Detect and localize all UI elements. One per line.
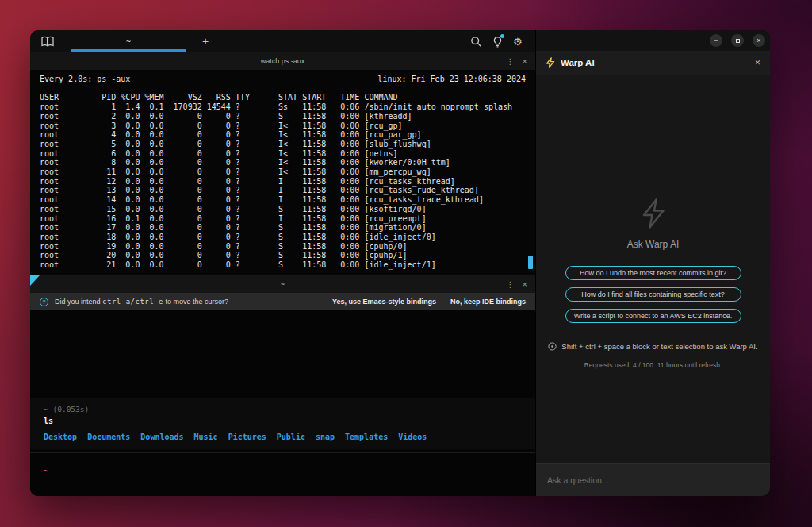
directory-entry[interactable]: Documents <box>87 433 130 441</box>
bottom-pane-menu-icon[interactable]: ⋮ <box>507 280 515 289</box>
tip-text: Shift + ctrl + space a block or text sel… <box>561 342 757 351</box>
current-prompt-block[interactable]: ~ <box>30 452 535 496</box>
warp-ai-header: Warp AI × <box>536 51 770 75</box>
ask-question-input[interactable]: Ask a question... <box>536 463 770 496</box>
warp-ai-bolt-icon <box>546 57 555 68</box>
tab-bar: ~ + ⚙ <box>30 30 535 52</box>
ai-suggestion-pill[interactable]: How do I find all files containing speci… <box>565 287 741 302</box>
minimize-button[interactable]: − <box>710 34 722 47</box>
launch-config-book-icon[interactable] <box>40 35 55 48</box>
directory-entry[interactable]: Music <box>194 433 218 441</box>
close-ai-panel-icon[interactable]: × <box>755 57 760 68</box>
warp-ai-title: Warp AI <box>561 58 595 67</box>
maximize-button[interactable] <box>731 34 744 47</box>
tabbar-icons: ⚙ <box>470 36 525 48</box>
settings-gear-icon[interactable]: ⚙ <box>513 36 525 48</box>
suggestion-pills: How do I undo the most recent commits in… <box>565 266 741 323</box>
top-pane-menu-icon[interactable]: ⋮ <box>507 57 515 66</box>
notification-code-text: ctrl-a/ctrl-e <box>102 298 163 306</box>
big-bolt-icon <box>640 198 667 229</box>
directory-entry[interactable]: snap <box>316 433 335 441</box>
ai-suggestion-pill[interactable]: Write a script to connect to an AWS EC2 … <box>565 309 741 323</box>
ask-question-placeholder: Ask a question... <box>547 475 609 485</box>
ask-warp-ai-heading: Ask Warp AI <box>627 239 680 250</box>
ls-command-block[interactable]: ~ (0.053s) ls DesktopDocumentsDownloadsM… <box>30 398 535 449</box>
top-pane-close-icon[interactable]: × <box>523 56 527 66</box>
bottom-terminal-content[interactable]: ~ (0.053s) ls DesktopDocumentsDownloadsM… <box>30 310 535 496</box>
directory-entry[interactable]: Templates <box>345 433 388 441</box>
keybinding-notification-bar: ? Did you intend ctrl-a/ctrl-e to move t… <box>30 293 535 310</box>
maximize-icon <box>736 39 740 43</box>
notification-text: Did you intend ctrl-a/ctrl-e to move the… <box>55 298 228 306</box>
watch-interval-text: Every 2.0s: ps -aux <box>40 75 130 84</box>
warp-ai-body: Ask Warp AI How do I undo the most recen… <box>536 75 770 463</box>
watch-output[interactable]: Every 2.0s: ps -aux linux: Fri Feb 23 12… <box>30 70 535 275</box>
scrollbar-thumb[interactable] <box>528 256 533 269</box>
active-pane-corner-marker <box>30 275 40 286</box>
notification-badge-dot <box>500 34 504 38</box>
window-controls: − × <box>536 30 770 51</box>
tip-row: Shift + ctrl + space a block or text sel… <box>548 342 757 351</box>
tip-target-icon <box>548 342 557 351</box>
ls-output: DesktopDocumentsDownloadsMusicPicturesPu… <box>44 433 522 441</box>
active-tab-indicator <box>71 49 186 52</box>
tab-home[interactable]: ~ <box>69 30 188 52</box>
directory-entry[interactable]: Pictures <box>228 433 266 441</box>
terminal-region: ~ + ⚙ watch ps -a <box>30 30 536 496</box>
block-meta-line: ~ (0.053s) <box>44 405 522 414</box>
command-text: ls <box>44 417 522 425</box>
directory-entry[interactable]: Videos <box>398 433 427 441</box>
top-pane-header[interactable]: watch ps -aux ⋮ × <box>30 52 535 70</box>
command-duration: (0.053s) <box>52 405 89 414</box>
bottom-pane-close-icon[interactable]: × <box>523 279 527 289</box>
top-pane-title: watch ps -aux <box>261 57 305 65</box>
search-icon[interactable] <box>470 36 482 48</box>
ps-aux-table: USER PID %CPU %MEM VSZ RSS TTY STAT STAR… <box>40 93 526 269</box>
terminal-empty-space <box>30 310 535 398</box>
usage-text: Requests used: 4 / 100. 11 hours until r… <box>584 361 722 369</box>
tab-title: ~ <box>126 37 131 46</box>
warp-terminal-window: ~ + ⚙ watch ps -a <box>30 30 770 496</box>
warp-ai-panel: − × Warp AI × Ask Warp AI How do I undo … <box>536 30 770 496</box>
close-window-button[interactable]: × <box>753 34 765 47</box>
watch-status-line: Every 2.0s: ps -aux linux: Fri Feb 23 12… <box>40 75 526 84</box>
watch-host-time-text: linux: Fri Feb 23 12:06:38 2024 <box>377 75 526 84</box>
bottom-pane-header[interactable]: ~ ⋮ × <box>30 275 535 293</box>
top-pane: watch ps -aux ⋮ × Every 2.0s: ps -aux li… <box>30 52 535 275</box>
directory-entry[interactable]: Desktop <box>44 433 77 441</box>
directory-entry[interactable]: Public <box>277 433 305 441</box>
bottom-pane: ~ ⋮ × ? Did you intend ctrl-a/ctrl-e to … <box>30 275 535 496</box>
prompt-symbol: ~ <box>44 467 48 475</box>
question-circle-icon: ? <box>40 298 48 306</box>
emacs-bindings-button[interactable]: Yes, use Emacs-style bindings <box>332 298 436 306</box>
ide-bindings-button[interactable]: No, keep IDE bindings <box>450 298 526 306</box>
notifications-bulb-icon[interactable] <box>492 36 504 48</box>
bottom-pane-title: ~ <box>281 280 285 288</box>
ai-suggestion-pill[interactable]: How do I undo the most recent commits in… <box>565 266 741 280</box>
directory-entry[interactable]: Downloads <box>140 433 183 441</box>
new-tab-button[interactable]: + <box>202 36 209 47</box>
